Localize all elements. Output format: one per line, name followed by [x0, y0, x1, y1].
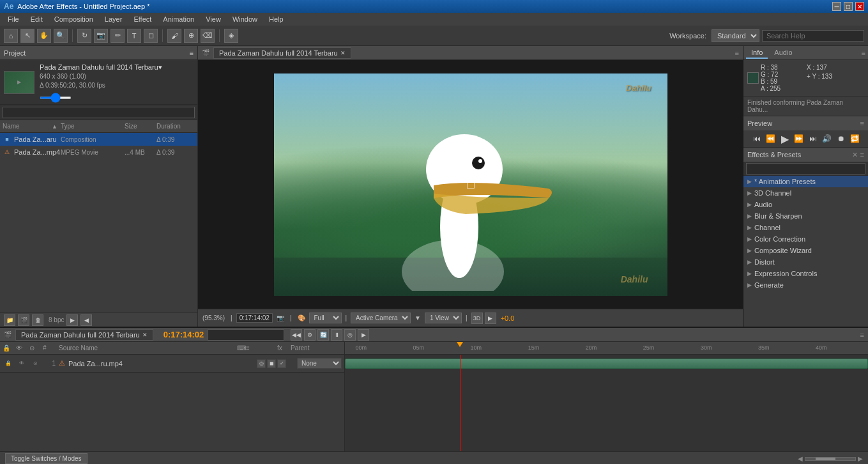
- toggle-switches-modes-button[interactable]: Toggle Switches / Modes: [5, 453, 88, 464]
- search-input[interactable]: [762, 30, 864, 42]
- toolbar-eraser-button[interactable]: ⌫: [201, 29, 215, 43]
- preview-last-button[interactable]: ⏭: [807, 133, 819, 144]
- minimize-button[interactable]: ─: [832, 2, 841, 11]
- project-list-header: Name ▲ Type Size Duration: [0, 120, 197, 133]
- layer-parent-select-0[interactable]: None: [297, 358, 342, 369]
- effect-item-3d-channel[interactable]: ▶ 3D Channel: [743, 187, 868, 199]
- layer-col-num: #: [43, 344, 57, 352]
- comp-tab[interactable]: Pada Zaman Dahulu full 2014 Terbaru ✕: [213, 47, 351, 59]
- effect-item-audio[interactable]: ▶ Audio: [743, 199, 868, 210]
- new-comp-button[interactable]: 🎬: [18, 314, 29, 326]
- project-panel-menu[interactable]: ≡: [190, 49, 194, 57]
- tab-audio[interactable]: Audio: [769, 47, 797, 59]
- layer-lock-button[interactable]: 🔒: [3, 358, 14, 369]
- effects-close[interactable]: ✕: [852, 151, 858, 159]
- effect-item-channel[interactable]: ▶ Channel: [743, 222, 868, 233]
- toolbar-puppet-button[interactable]: ◈: [224, 29, 238, 43]
- preview-first-button[interactable]: ⏮: [751, 133, 763, 144]
- layer-switch-3[interactable]: ✓: [277, 359, 286, 368]
- tl-ctrl-4[interactable]: ⏸: [331, 329, 342, 341]
- toolbar-home-button[interactable]: ⌂: [4, 29, 18, 43]
- layer-switch-1[interactable]: ◎: [257, 359, 266, 368]
- preview-prev-button[interactable]: ⏪: [765, 133, 777, 144]
- toolbar-shape-button[interactable]: ◻: [144, 29, 158, 43]
- tl-ctrl-1[interactable]: ◀◀: [291, 329, 302, 341]
- effect-item-distort[interactable]: ▶ Distort: [743, 256, 868, 268]
- toolbar-brush-button[interactable]: 🖌: [167, 29, 181, 43]
- prev-button-footer[interactable]: ◀: [80, 314, 92, 326]
- project-color-slider[interactable]: [40, 97, 72, 99]
- close-button[interactable]: ✕: [855, 2, 864, 11]
- toolbar-text-button[interactable]: T: [127, 29, 141, 43]
- tl-ctrl-2[interactable]: ⚙: [304, 329, 316, 341]
- project-search-input[interactable]: [3, 107, 195, 118]
- project-selected-item[interactable]: ▶ Pada Zaman Dahulu full 2014 Terbaru▾ 6…: [0, 60, 197, 105]
- menu-help[interactable]: Help: [264, 14, 289, 24]
- preview-panel-menu[interactable]: ≡: [860, 120, 864, 127]
- effect-item-color-correction[interactable]: ▶ Color Correction: [743, 233, 868, 245]
- track-area[interactable]: [345, 355, 868, 451]
- quality-select[interactable]: FullHalfThird: [309, 313, 342, 323]
- toolbar-pen-button[interactable]: ✏: [110, 29, 125, 43]
- effects-panel-menu[interactable]: ≡: [860, 151, 864, 159]
- preview-record-button[interactable]: ⏺: [835, 133, 847, 144]
- menu-edit[interactable]: Edit: [26, 14, 48, 24]
- layer-solo-button[interactable]: ⊙: [29, 358, 41, 369]
- preview-audio-button[interactable]: 🔊: [821, 133, 833, 144]
- effect-label-6: Composite Wizard: [754, 247, 812, 254]
- toolbar-clone-button[interactable]: ⊕: [184, 29, 198, 43]
- composition-viewer[interactable]: Dahilu Dahilu: [198, 60, 743, 309]
- toolbar-camera-button[interactable]: 📷: [94, 29, 108, 43]
- fast-preview-button[interactable]: ▶: [485, 313, 496, 324]
- preview-next-button[interactable]: ⏩: [793, 133, 805, 144]
- layer-visibility-button[interactable]: 👁: [16, 358, 27, 369]
- camera-select[interactable]: Active Camera: [351, 313, 411, 323]
- timeline-panel-menu[interactable]: ≡: [860, 331, 864, 339]
- menu-animation[interactable]: Animation: [158, 14, 199, 24]
- tab-info[interactable]: Info: [746, 47, 768, 59]
- effect-item-composite-wizard[interactable]: ▶ Composite Wizard: [743, 245, 868, 256]
- timeline-tab[interactable]: Pada Zaman Dahulu full 2014 Terbaru ✕: [15, 329, 153, 341]
- info-panel-menu[interactable]: ≡: [862, 49, 865, 57]
- draft-3d-button[interactable]: 3D: [471, 313, 483, 324]
- tl-ctrl-5[interactable]: ◎: [344, 329, 356, 341]
- effect-item-generate[interactable]: ▶ Generate: [743, 279, 868, 291]
- toolbar-hand-button[interactable]: ✋: [37, 29, 51, 43]
- timeline-search-input[interactable]: [208, 329, 284, 341]
- tl-ctrl-3[interactable]: 🔄: [317, 329, 329, 341]
- menu-file[interactable]: File: [3, 14, 24, 24]
- window-controls[interactable]: ─ □ ✕: [832, 2, 864, 11]
- menu-window[interactable]: Window: [227, 14, 263, 24]
- toolbar-zoom-button[interactable]: 🔍: [54, 29, 68, 43]
- toolbar-rotate-button[interactable]: ↻: [77, 29, 91, 43]
- bpc-button[interactable]: ▶: [66, 314, 78, 326]
- preview-loop-button[interactable]: 🔁: [849, 133, 861, 144]
- effect-item-blur-sharpen[interactable]: ▶ Blur & Sharpen: [743, 210, 868, 222]
- tl-ctrl-6[interactable]: ▶: [358, 329, 369, 341]
- new-folder-button[interactable]: 📁: [4, 314, 15, 326]
- project-row-comp[interactable]: ■ Pada Za...aru Composition Δ 0:39: [0, 133, 197, 146]
- project-row-movie[interactable]: ⚠ Pada Za...mp4 MPEG Movie ...4 MB Δ 0:3…: [0, 146, 197, 159]
- comp-tab-close[interactable]: ✕: [340, 50, 346, 56]
- menu-view[interactable]: View: [201, 14, 226, 24]
- view-count-select[interactable]: 1 View: [425, 313, 462, 323]
- timeline-zoom-slider[interactable]: [805, 457, 856, 461]
- menu-layer[interactable]: Layer: [100, 14, 128, 24]
- timeline-timecode[interactable]: 0:17:14:02: [164, 330, 204, 339]
- comp-panel-menu[interactable]: ≡: [735, 49, 739, 57]
- toolbar-select-button[interactable]: ↖: [20, 29, 34, 43]
- playhead[interactable]: [460, 355, 461, 451]
- timeline-tab-close[interactable]: ✕: [142, 332, 148, 338]
- layer-switch-2[interactable]: ◼: [267, 359, 276, 368]
- effect-item-animation-presets[interactable]: ▶ * Animation Presets: [743, 176, 868, 187]
- effects-search-input[interactable]: [746, 163, 865, 174]
- workspace-select[interactable]: Standard: [712, 29, 759, 42]
- delete-button[interactable]: 🗑: [32, 314, 43, 326]
- menu-effect[interactable]: Effect: [128, 14, 156, 24]
- maximize-button[interactable]: □: [844, 2, 853, 11]
- menu-composition[interactable]: Composition: [49, 14, 98, 24]
- preview-play-button[interactable]: ▶: [779, 133, 791, 144]
- layer-row-0[interactable]: 🔒 👁 ⊙ 1 ⚠ Pada Za...ru.mp4 ◎ ◼ ✓ None: [0, 355, 344, 373]
- effect-item-expression-controls[interactable]: ▶ Expression Controls: [743, 268, 868, 279]
- effect-label-0: * Animation Presets: [754, 178, 816, 185]
